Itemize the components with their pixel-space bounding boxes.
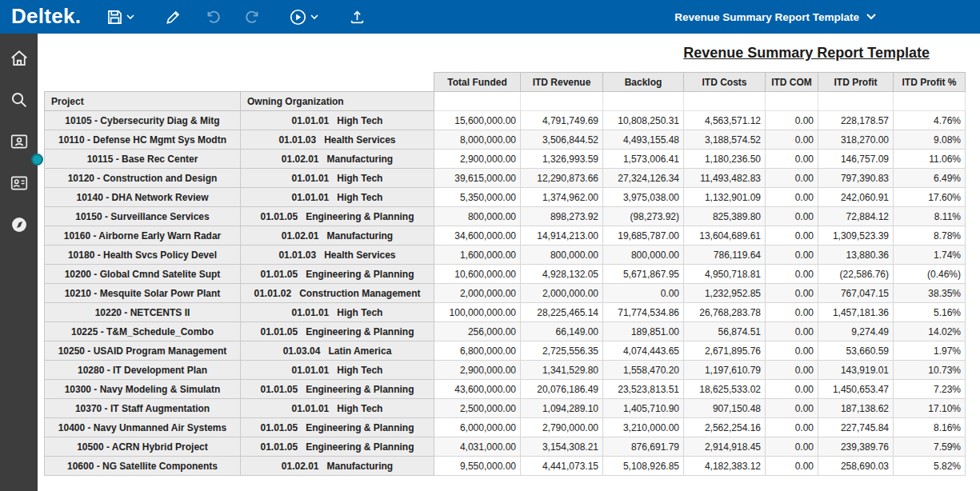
project-cell: 10500 - ACRN Hybrid Project: [45, 437, 241, 457]
project-cell: 10180 - Health Svcs Policy Devel: [45, 246, 241, 265]
redo-button[interactable]: [239, 5, 266, 29]
column-header[interactable]: ITD Profit %: [894, 73, 966, 92]
org-cell: 01.02.01 Manufacturing: [241, 457, 434, 476]
table-row: 10225 - T&M_Schedule_Combo01.01.05 Engin…: [45, 322, 966, 341]
value-cell: 256,000.00: [434, 322, 521, 341]
project-cell: 10300 - Navy Modeling & Simulatn: [45, 380, 241, 399]
chevron-down-icon: [310, 14, 318, 20]
value-cell: 17.10%: [894, 399, 966, 418]
value-cell: (0.46%): [894, 265, 966, 284]
value-cell: 8,000,000.00: [434, 130, 521, 150]
value-cell: 0.00: [766, 265, 818, 284]
value-cell: 0.00: [766, 303, 818, 322]
undo-icon: [204, 8, 222, 26]
org-cell: 01.02.01 Manufacturing: [241, 150, 434, 169]
project-cell: 10220 - NETCENTS II: [45, 303, 241, 322]
table-row: 10400 - Navy Unmanned Air Systems01.01.0…: [45, 418, 966, 437]
value-cell: 2,000,000.00: [434, 284, 521, 303]
value-cell: 2,900,000.00: [434, 150, 521, 169]
project-cell: 10400 - Navy Unmanned Air Systems: [45, 418, 241, 437]
panel-handle-dot[interactable]: [31, 154, 43, 166]
value-cell: 6.49%: [894, 169, 966, 188]
project-cell: 10105 - Cybersecurity Diag & Mitg: [45, 111, 241, 130]
value-cell: 71,774,534.86: [603, 303, 684, 322]
edit-button[interactable]: [160, 6, 186, 29]
value-cell: 7.59%: [894, 437, 966, 457]
value-cell: 5,671,867.95: [603, 265, 684, 284]
pencil-icon: [165, 9, 182, 26]
table-row: 10110 - Defense HC Mgmt Sys Modtn01.01.0…: [45, 130, 966, 150]
export-icon: [349, 9, 366, 26]
save-button[interactable]: [102, 6, 139, 29]
value-cell: 2,500,000.00: [434, 399, 521, 418]
value-cell: 189,851.00: [603, 322, 684, 341]
report-grid-container: Total FundedITD RevenueBacklogITD CostsI…: [44, 72, 966, 476]
sidebar-item-home[interactable]: [7, 48, 31, 69]
table-row: 10180 - Health Svcs Policy Devel01.01.03…: [45, 246, 966, 265]
table-row: 10160 - Airborne Early Warn Radar01.02.0…: [45, 226, 966, 246]
redo-icon: [244, 8, 262, 26]
project-cell: 10250 - USAID Program Management: [45, 341, 241, 361]
value-cell: 15,600,000.00: [434, 111, 521, 130]
page-title: Revenue Summary Report Template: [683, 45, 930, 62]
value-cell: 19,685,787.00: [603, 226, 684, 246]
sidebar-item-contacts[interactable]: [7, 173, 31, 194]
value-cell: 4,441,073.15: [521, 457, 603, 476]
value-cell: 5.82%: [894, 457, 966, 476]
table-row: 10115 - Base Rec Center01.02.01 Manufact…: [45, 150, 966, 169]
report-template-selector[interactable]: Revenue Summary Report Template: [674, 11, 876, 23]
value-cell: 23,523,813.51: [603, 380, 684, 399]
report-table: Total FundedITD RevenueBacklogITD CostsI…: [44, 72, 966, 476]
column-header[interactable]: Backlog: [603, 73, 684, 92]
value-cell: 27,324,126.34: [603, 169, 684, 188]
sidebar-item-navigator[interactable]: [7, 214, 31, 235]
org-cell: 01.01.01 High Tech: [241, 361, 434, 380]
table-row: 10220 - NETCENTS II01.01.01 High Tech100…: [45, 303, 966, 322]
value-cell: 0.00: [766, 322, 818, 341]
export-button[interactable]: [344, 6, 370, 29]
table-row: 10105 - Cybersecurity Diag & Mitg01.01.0…: [45, 111, 966, 130]
blank-cell: [434, 92, 521, 111]
value-cell: 239,389.76: [818, 437, 894, 457]
value-cell: 5,350,000.00: [434, 188, 521, 207]
value-cell: 4,928,132.05: [521, 265, 603, 284]
value-cell: 0.00: [766, 111, 818, 130]
value-cell: 0.00: [766, 207, 818, 226]
run-button[interactable]: [284, 5, 323, 30]
value-cell: 8.11%: [894, 207, 966, 226]
value-cell: 1,558,470.20: [603, 361, 684, 380]
column-header[interactable]: ITD Costs: [684, 73, 766, 92]
value-cell: 38.35%: [894, 284, 966, 303]
sidebar-item-employee[interactable]: [7, 131, 31, 152]
column-header[interactable]: Total Funded: [434, 73, 521, 92]
value-cell: 242,060.91: [818, 188, 894, 207]
project-cell: 10160 - Airborne Early Warn Radar: [45, 226, 241, 246]
column-header[interactable]: ITD COM: [766, 73, 818, 92]
value-cell: 4,563,571.12: [684, 111, 766, 130]
row-header-column[interactable]: Owning Organization: [241, 92, 434, 111]
table-row: 10280 - IT Development Plan01.01.01 High…: [45, 361, 966, 380]
table-row: 10210 - Mesquite Solar Powr Plant01.01.0…: [45, 284, 966, 303]
value-cell: 1,405,710.90: [603, 399, 684, 418]
value-cell: 18,625,533.02: [684, 380, 766, 399]
org-cell: 01.01.05 Engineering & Planning: [241, 437, 434, 457]
value-cell: 4.76%: [894, 111, 966, 130]
column-header[interactable]: ITD Profit: [818, 73, 894, 92]
value-cell: 1,309,523.39: [818, 226, 894, 246]
blank-cell: [684, 92, 766, 111]
value-cell: 2,790,000.00: [521, 418, 603, 437]
org-cell: 01.01.03 Health Services: [241, 246, 434, 265]
value-cell: 3,188,574.52: [684, 130, 766, 150]
sidebar-item-search[interactable]: [7, 90, 31, 110]
undo-button[interactable]: [199, 5, 226, 29]
value-cell: 11.06%: [894, 150, 966, 169]
value-cell: 143,919.01: [818, 361, 894, 380]
value-cell: 9,274.49: [818, 322, 894, 341]
org-cell: 01.01.02 Construction Management: [241, 284, 434, 303]
value-cell: 2,562,254.16: [684, 418, 766, 437]
org-cell: 01.01.05 Engineering & Planning: [241, 265, 434, 284]
value-cell: 3,210,000.00: [603, 418, 684, 437]
row-header-column[interactable]: Project: [45, 92, 241, 111]
value-cell: 258,690.03: [818, 457, 894, 476]
column-header[interactable]: ITD Revenue: [521, 73, 603, 92]
